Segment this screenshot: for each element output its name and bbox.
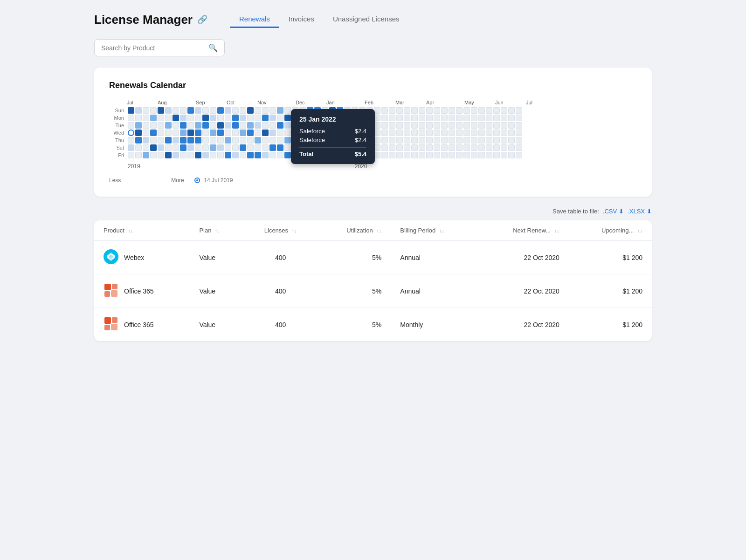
cal-cell[interactable]	[456, 152, 463, 158]
cal-cell[interactable]	[180, 115, 186, 121]
cal-cell[interactable]	[516, 130, 522, 136]
cal-cell[interactable]	[247, 130, 254, 136]
cal-cell[interactable]	[165, 137, 172, 143]
cal-cell[interactable]	[463, 115, 470, 121]
cal-cell[interactable]	[419, 130, 425, 136]
cal-cell[interactable]	[486, 152, 492, 158]
cal-cell[interactable]	[158, 152, 164, 158]
cal-cell[interactable]	[180, 152, 186, 158]
col-product[interactable]: Product ↑↓	[94, 220, 190, 241]
cal-cell[interactable]	[396, 152, 403, 158]
cal-cell[interactable]	[277, 115, 283, 121]
cal-cell[interactable]	[389, 130, 395, 136]
cal-cell[interactable]	[217, 152, 224, 158]
cal-cell[interactable]	[478, 152, 485, 158]
cal-cell[interactable]	[419, 144, 425, 151]
cal-cell[interactable]	[381, 122, 388, 129]
cal-cell[interactable]	[404, 115, 410, 121]
col-next-renew[interactable]: Next Renew... ↑↓	[478, 220, 569, 241]
cal-cell[interactable]	[128, 137, 134, 143]
cal-cell[interactable]	[158, 144, 164, 151]
col-licenses[interactable]: Licenses ↑↓	[245, 220, 316, 241]
cal-cell[interactable]	[456, 137, 463, 143]
cal-cell[interactable]	[456, 130, 463, 136]
cal-cell[interactable]	[434, 152, 440, 158]
cal-cell[interactable]	[516, 122, 522, 129]
cal-cell[interactable]	[187, 122, 194, 129]
cal-cell[interactable]	[135, 152, 142, 158]
cal-cell[interactable]	[232, 115, 239, 121]
cal-cell[interactable]	[396, 115, 403, 121]
cal-cell[interactable]	[486, 137, 492, 143]
cal-cell[interactable]	[508, 107, 515, 114]
cal-cell[interactable]	[202, 107, 209, 114]
cal-cell[interactable]	[434, 122, 440, 129]
cal-cell[interactable]	[232, 144, 239, 151]
cal-cell[interactable]	[202, 130, 209, 136]
cal-cell[interactable]	[277, 144, 283, 151]
cal-cell[interactable]	[508, 130, 515, 136]
cal-cell[interactable]	[396, 130, 403, 136]
col-upcoming[interactable]: Upcoming... ↑↓	[569, 220, 652, 241]
cal-cell[interactable]	[389, 152, 395, 158]
cal-cell[interactable]	[240, 137, 246, 143]
cal-cell[interactable]	[195, 107, 201, 114]
cal-cell[interactable]	[381, 107, 388, 114]
cal-cell[interactable]	[493, 152, 500, 158]
cal-cell[interactable]	[449, 115, 455, 121]
cal-cell[interactable]	[202, 122, 209, 129]
cal-cell[interactable]	[277, 107, 283, 114]
cal-cell[interactable]	[493, 130, 500, 136]
cal-cell[interactable]	[493, 107, 500, 114]
cal-cell[interactable]	[493, 144, 500, 151]
cal-cell[interactable]	[173, 130, 179, 136]
cal-cell[interactable]	[225, 130, 231, 136]
cal-cell[interactable]	[501, 137, 507, 143]
cal-cell[interactable]	[463, 107, 470, 114]
cal-cell[interactable]	[284, 137, 291, 143]
cal-cell[interactable]	[225, 107, 231, 114]
cal-cell[interactable]	[284, 122, 291, 129]
cal-cell[interactable]	[419, 107, 425, 114]
cal-cell[interactable]	[501, 130, 507, 136]
cal-cell[interactable]	[210, 115, 216, 121]
cal-cell[interactable]	[441, 122, 448, 129]
cal-cell[interactable]	[217, 137, 224, 143]
cal-cell[interactable]	[396, 107, 403, 114]
cal-cell[interactable]	[180, 130, 186, 136]
cal-cell[interactable]	[374, 137, 380, 143]
cal-cell[interactable]	[374, 122, 380, 129]
cal-cell[interactable]	[217, 144, 224, 151]
cal-cell[interactable]	[486, 122, 492, 129]
cal-cell[interactable]	[173, 137, 179, 143]
cal-cell[interactable]	[180, 144, 186, 151]
cal-cell[interactable]	[396, 122, 403, 129]
cal-cell[interactable]	[210, 122, 216, 129]
cal-cell[interactable]	[463, 130, 470, 136]
cal-cell[interactable]	[158, 107, 164, 114]
cal-cell[interactable]	[150, 122, 157, 129]
cal-cell[interactable]	[463, 122, 470, 129]
cal-cell[interactable]	[195, 152, 201, 158]
cal-cell[interactable]	[262, 115, 269, 121]
cal-cell[interactable]	[404, 144, 410, 151]
cal-cell[interactable]	[501, 152, 507, 158]
cal-cell[interactable]	[210, 130, 216, 136]
cal-cell[interactable]	[441, 107, 448, 114]
cal-cell[interactable]	[463, 144, 470, 151]
cal-cell[interactable]	[232, 137, 239, 143]
cal-cell[interactable]	[232, 152, 239, 158]
cal-cell[interactable]	[262, 122, 269, 129]
cal-cell[interactable]	[143, 152, 149, 158]
cal-cell[interactable]	[471, 107, 477, 114]
cal-cell[interactable]	[217, 107, 224, 114]
cal-cell[interactable]	[516, 115, 522, 121]
cal-cell[interactable]	[262, 107, 269, 114]
cal-cell[interactable]	[195, 122, 201, 129]
xlsx-download-link[interactable]: .XLSX ⬇	[628, 208, 652, 215]
cal-cell[interactable]	[165, 144, 172, 151]
cal-cell[interactable]	[277, 152, 283, 158]
cal-cell[interactable]	[396, 137, 403, 143]
cal-cell[interactable]	[180, 137, 186, 143]
cal-cell[interactable]	[150, 144, 157, 151]
